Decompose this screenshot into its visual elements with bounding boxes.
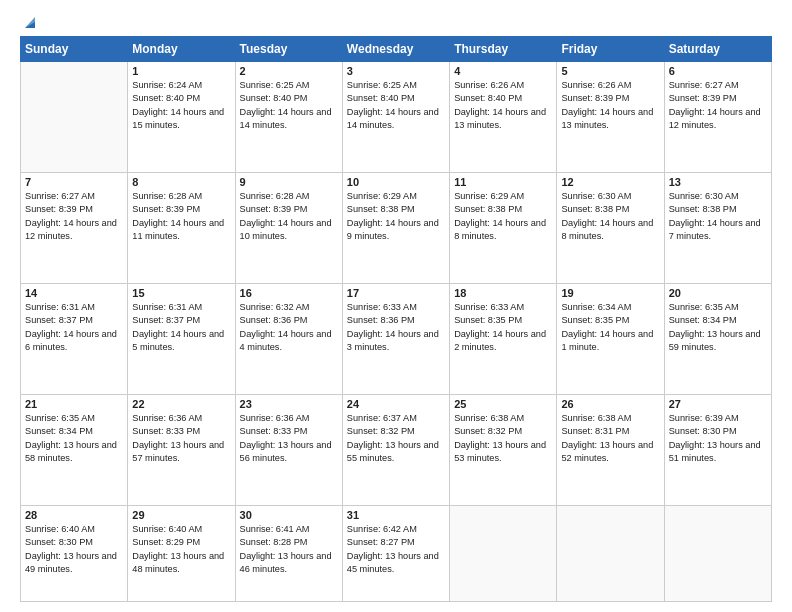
calendar-day-cell: 15 Sunrise: 6:31 AMSunset: 8:37 PMDaylig… <box>128 284 235 395</box>
day-number: 15 <box>132 287 230 299</box>
calendar-day-cell: 7 Sunrise: 6:27 AMSunset: 8:39 PMDayligh… <box>21 173 128 284</box>
day-number: 1 <box>132 65 230 77</box>
day-number: 7 <box>25 176 123 188</box>
calendar-day-cell: 20 Sunrise: 6:35 AMSunset: 8:34 PMDaylig… <box>664 284 771 395</box>
calendar-week-row: 1 Sunrise: 6:24 AMSunset: 8:40 PMDayligh… <box>21 62 772 173</box>
day-number: 25 <box>454 398 552 410</box>
calendar-day-cell: 6 Sunrise: 6:27 AMSunset: 8:39 PMDayligh… <box>664 62 771 173</box>
calendar-week-row: 7 Sunrise: 6:27 AMSunset: 8:39 PMDayligh… <box>21 173 772 284</box>
day-info: Sunrise: 6:36 AMSunset: 8:33 PMDaylight:… <box>240 412 338 465</box>
page: SundayMondayTuesdayWednesdayThursdayFrid… <box>0 0 792 612</box>
logo-arrow-icon <box>21 14 39 32</box>
day-info: Sunrise: 6:27 AMSunset: 8:39 PMDaylight:… <box>669 79 767 132</box>
calendar-day-cell: 8 Sunrise: 6:28 AMSunset: 8:39 PMDayligh… <box>128 173 235 284</box>
calendar-day-cell: 27 Sunrise: 6:39 AMSunset: 8:30 PMDaylig… <box>664 395 771 506</box>
calendar-day-cell: 24 Sunrise: 6:37 AMSunset: 8:32 PMDaylig… <box>342 395 449 506</box>
weekday-header: Friday <box>557 37 664 62</box>
day-number: 13 <box>669 176 767 188</box>
day-number: 24 <box>347 398 445 410</box>
weekday-header: Tuesday <box>235 37 342 62</box>
day-info: Sunrise: 6:30 AMSunset: 8:38 PMDaylight:… <box>561 190 659 243</box>
calendar-day-cell: 2 Sunrise: 6:25 AMSunset: 8:40 PMDayligh… <box>235 62 342 173</box>
calendar-day-cell: 5 Sunrise: 6:26 AMSunset: 8:39 PMDayligh… <box>557 62 664 173</box>
day-number: 5 <box>561 65 659 77</box>
calendar-day-cell: 17 Sunrise: 6:33 AMSunset: 8:36 PMDaylig… <box>342 284 449 395</box>
day-info: Sunrise: 6:25 AMSunset: 8:40 PMDaylight:… <box>347 79 445 132</box>
calendar-day-cell: 18 Sunrise: 6:33 AMSunset: 8:35 PMDaylig… <box>450 284 557 395</box>
day-info: Sunrise: 6:33 AMSunset: 8:36 PMDaylight:… <box>347 301 445 354</box>
calendar-day-cell: 19 Sunrise: 6:34 AMSunset: 8:35 PMDaylig… <box>557 284 664 395</box>
calendar-day-cell: 3 Sunrise: 6:25 AMSunset: 8:40 PMDayligh… <box>342 62 449 173</box>
day-number: 22 <box>132 398 230 410</box>
calendar-day-cell: 26 Sunrise: 6:38 AMSunset: 8:31 PMDaylig… <box>557 395 664 506</box>
calendar-day-cell: 4 Sunrise: 6:26 AMSunset: 8:40 PMDayligh… <box>450 62 557 173</box>
calendar-header-row: SundayMondayTuesdayWednesdayThursdayFrid… <box>21 37 772 62</box>
day-number: 28 <box>25 509 123 521</box>
calendar-day-cell: 30 Sunrise: 6:41 AMSunset: 8:28 PMDaylig… <box>235 506 342 602</box>
day-number: 20 <box>669 287 767 299</box>
day-info: Sunrise: 6:31 AMSunset: 8:37 PMDaylight:… <box>25 301 123 354</box>
day-number: 3 <box>347 65 445 77</box>
day-number: 23 <box>240 398 338 410</box>
day-info: Sunrise: 6:36 AMSunset: 8:33 PMDaylight:… <box>132 412 230 465</box>
day-info: Sunrise: 6:38 AMSunset: 8:32 PMDaylight:… <box>454 412 552 465</box>
day-number: 26 <box>561 398 659 410</box>
day-info: Sunrise: 6:41 AMSunset: 8:28 PMDaylight:… <box>240 523 338 576</box>
day-info: Sunrise: 6:29 AMSunset: 8:38 PMDaylight:… <box>347 190 445 243</box>
weekday-header: Saturday <box>664 37 771 62</box>
calendar-day-cell: 1 Sunrise: 6:24 AMSunset: 8:40 PMDayligh… <box>128 62 235 173</box>
calendar-day-cell: 29 Sunrise: 6:40 AMSunset: 8:29 PMDaylig… <box>128 506 235 602</box>
day-info: Sunrise: 6:27 AMSunset: 8:39 PMDaylight:… <box>25 190 123 243</box>
weekday-header: Sunday <box>21 37 128 62</box>
day-info: Sunrise: 6:42 AMSunset: 8:27 PMDaylight:… <box>347 523 445 576</box>
calendar-week-row: 28 Sunrise: 6:40 AMSunset: 8:30 PMDaylig… <box>21 506 772 602</box>
calendar-week-row: 14 Sunrise: 6:31 AMSunset: 8:37 PMDaylig… <box>21 284 772 395</box>
day-number: 31 <box>347 509 445 521</box>
day-info: Sunrise: 6:40 AMSunset: 8:29 PMDaylight:… <box>132 523 230 576</box>
day-number: 30 <box>240 509 338 521</box>
calendar-day-cell <box>664 506 771 602</box>
day-number: 12 <box>561 176 659 188</box>
day-number: 27 <box>669 398 767 410</box>
calendar-day-cell: 16 Sunrise: 6:32 AMSunset: 8:36 PMDaylig… <box>235 284 342 395</box>
calendar-day-cell: 11 Sunrise: 6:29 AMSunset: 8:38 PMDaylig… <box>450 173 557 284</box>
day-info: Sunrise: 6:29 AMSunset: 8:38 PMDaylight:… <box>454 190 552 243</box>
calendar-day-cell <box>557 506 664 602</box>
day-number: 6 <box>669 65 767 77</box>
calendar-day-cell: 28 Sunrise: 6:40 AMSunset: 8:30 PMDaylig… <box>21 506 128 602</box>
calendar-week-row: 21 Sunrise: 6:35 AMSunset: 8:34 PMDaylig… <box>21 395 772 506</box>
day-number: 2 <box>240 65 338 77</box>
calendar-day-cell: 21 Sunrise: 6:35 AMSunset: 8:34 PMDaylig… <box>21 395 128 506</box>
weekday-header: Wednesday <box>342 37 449 62</box>
weekday-header: Monday <box>128 37 235 62</box>
calendar-table: SundayMondayTuesdayWednesdayThursdayFrid… <box>20 36 772 602</box>
calendar-day-cell: 31 Sunrise: 6:42 AMSunset: 8:27 PMDaylig… <box>342 506 449 602</box>
calendar-day-cell <box>450 506 557 602</box>
svg-marker-1 <box>25 17 35 28</box>
calendar-day-cell: 12 Sunrise: 6:30 AMSunset: 8:38 PMDaylig… <box>557 173 664 284</box>
day-info: Sunrise: 6:35 AMSunset: 8:34 PMDaylight:… <box>25 412 123 465</box>
day-info: Sunrise: 6:28 AMSunset: 8:39 PMDaylight:… <box>240 190 338 243</box>
day-info: Sunrise: 6:30 AMSunset: 8:38 PMDaylight:… <box>669 190 767 243</box>
calendar-day-cell: 14 Sunrise: 6:31 AMSunset: 8:37 PMDaylig… <box>21 284 128 395</box>
day-number: 16 <box>240 287 338 299</box>
day-number: 4 <box>454 65 552 77</box>
day-number: 14 <box>25 287 123 299</box>
day-number: 29 <box>132 509 230 521</box>
day-info: Sunrise: 6:24 AMSunset: 8:40 PMDaylight:… <box>132 79 230 132</box>
day-number: 9 <box>240 176 338 188</box>
day-number: 10 <box>347 176 445 188</box>
header <box>20 18 772 30</box>
calendar-day-cell <box>21 62 128 173</box>
logo <box>20 18 39 30</box>
day-info: Sunrise: 6:40 AMSunset: 8:30 PMDaylight:… <box>25 523 123 576</box>
calendar-day-cell: 10 Sunrise: 6:29 AMSunset: 8:38 PMDaylig… <box>342 173 449 284</box>
day-number: 8 <box>132 176 230 188</box>
calendar-day-cell: 23 Sunrise: 6:36 AMSunset: 8:33 PMDaylig… <box>235 395 342 506</box>
day-number: 11 <box>454 176 552 188</box>
calendar-day-cell: 9 Sunrise: 6:28 AMSunset: 8:39 PMDayligh… <box>235 173 342 284</box>
day-info: Sunrise: 6:26 AMSunset: 8:40 PMDaylight:… <box>454 79 552 132</box>
day-info: Sunrise: 6:31 AMSunset: 8:37 PMDaylight:… <box>132 301 230 354</box>
calendar-day-cell: 22 Sunrise: 6:36 AMSunset: 8:33 PMDaylig… <box>128 395 235 506</box>
day-info: Sunrise: 6:39 AMSunset: 8:30 PMDaylight:… <box>669 412 767 465</box>
